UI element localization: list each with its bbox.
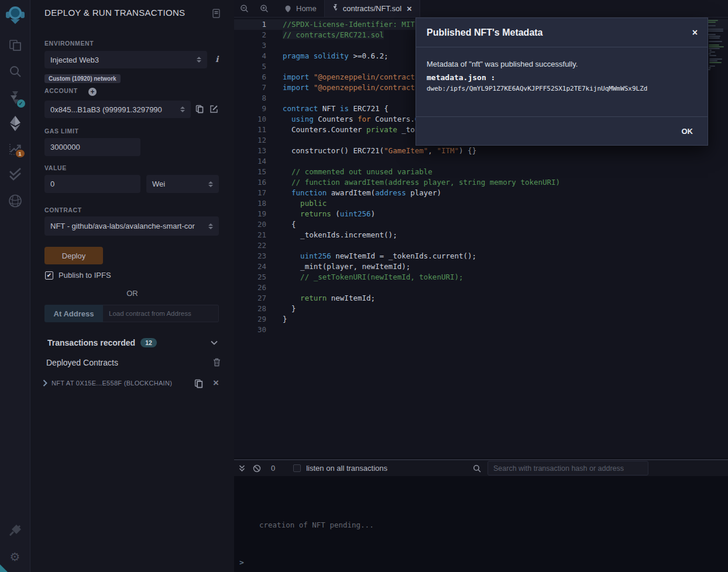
value-unit: Wei [152,180,165,188]
code-line-21[interactable]: 21 _tokenIds.increment(); [234,230,728,240]
terminal-log[interactable]: creation of NFT pending... > [234,476,728,572]
journal-icon[interactable] [212,9,221,18]
network-badge: Custom (10920) network [44,74,121,83]
modal-title: Published NFT's Metadata [427,27,543,38]
add-account-icon[interactable]: + [88,88,97,96]
modal-body: Metadata of "nft" was published successf… [416,47,708,116]
tab-home[interactable]: Home [276,0,325,17]
close-icon[interactable]: × [692,27,698,38]
chevron-updown-icon [208,181,213,187]
unit-testing-icon[interactable] [8,168,23,181]
solidity-compiler-icon[interactable]: ✓ [8,90,23,108]
account-value: 0x845...B1aB3 (999991.3297990 [50,105,162,114]
corner-decoration [0,564,8,572]
deployed-contract-label: NFT AT 0X15E...E558F (BLOCKCHAIN) [51,380,172,387]
deploy-button[interactable]: Deploy [44,247,103,264]
publish-ipfs-checkbox[interactable]: ✔ [45,271,53,280]
minimap[interactable] [708,20,726,73]
search-icon [473,464,481,473]
contract-select[interactable]: NFT - github/ava-labs/avalanche-smart-co… [44,216,219,236]
gas-limit-input[interactable]: 3000000 [44,138,140,156]
published-metadata-modal: Published NFT's Metadata × Metadata of "… [415,18,708,146]
gas-limit-value: 3000000 [50,143,80,151]
copy-account-icon[interactable] [195,105,204,113]
tab-bar: Home contracts/NFT.sol × [234,0,728,18]
code-line-15[interactable]: 15 // commented out unused variable [234,167,728,177]
icon-rail: ✓ 1 [0,0,30,572]
code-line-22[interactable]: 22 [234,240,728,251]
pending-tx-count: 0 [271,464,275,473]
ok-button[interactable]: OK [682,127,693,136]
chevron-updown-icon [180,106,185,112]
value-label: VALUE [44,164,67,171]
remove-contract-icon[interactable]: × [213,377,219,389]
compile-success-badge: ✓ [17,99,25,108]
debugger-icon[interactable] [8,194,22,208]
code-line-19[interactable]: 19 returns (uint256) [234,209,728,219]
chevron-right-icon[interactable] [43,380,47,387]
deployed-contract-item[interactable]: NFT AT 0X15E...E558F (BLOCKCHAIN) [43,380,172,387]
at-address-input[interactable]: Load contract from Address [103,305,219,322]
modal-ipfs-link: dweb:/ipfs/QmYL9P1Z7KE6AQvKJPFF52SX1p2TE… [427,85,697,92]
publish-ipfs-label: Publish to IPFS [59,271,111,280]
file-explorer-icon[interactable] [8,39,22,53]
modal-header: Published NFT's Metadata × [416,18,708,47]
code-line-18[interactable]: 18 public [234,198,728,209]
tab-close-icon[interactable]: × [407,4,412,13]
code-line-13[interactable]: 13 constructor() ERC721("GameItem", "ITM… [234,146,728,156]
deploy-run-icon[interactable] [8,115,23,132]
code-line-17[interactable]: 17 function awardItem(address player) [234,188,728,198]
deployed-contracts-label: Deployed Contracts [46,358,118,367]
code-line-29[interactable]: 29} [234,314,728,325]
contract-value: NFT - github/ava-labs/avalanche-smart-co… [50,222,195,230]
zoom-out-icon[interactable] [234,0,254,17]
remix-mini-icon [284,5,292,13]
clear-deployed-icon[interactable] [213,358,221,367]
contract-label: CONTRACT [44,206,82,213]
modal-message: Metadata of "nft" was published successf… [427,60,697,68]
tab-nft-sol-label: contracts/NFT.sol [343,4,401,13]
panel-title: DEPLOY & RUN TRANSACTIONS [44,8,185,18]
value-input[interactable]: 0 [44,175,140,193]
tab-nft-sol[interactable]: contracts/NFT.sol × [325,0,420,17]
terminal-search-input[interactable] [487,461,648,475]
deploy-run-panel: DEPLOY & RUN TRANSACTIONS ENVIRONMENT In… [30,0,234,572]
modal-file-label: metadata.json : [427,73,697,82]
transactions-recorded-row[interactable]: Transactions recorded 12 [47,338,157,347]
account-select[interactable]: 0x845...B1aB3 (999991.3297990 [44,101,191,118]
code-line-23[interactable]: 23 uint256 newItemId = _tokenIds.current… [234,251,728,261]
analysis-count-badge: 1 [16,150,25,157]
listen-transactions-checkbox[interactable] [293,464,301,472]
settings-icon[interactable]: ⚙ [10,550,20,564]
code-line-20[interactable]: 20 { [234,219,728,230]
environment-info-icon[interactable]: i [215,54,218,64]
expand-terminal-icon[interactable] [239,465,245,472]
value-amount: 0 [50,180,54,188]
chevron-down-icon[interactable] [211,340,218,345]
chevron-updown-icon [208,223,213,229]
tab-home-label: Home [296,4,317,13]
code-line-30[interactable]: 30 [234,325,728,335]
zoom-in-icon[interactable] [254,0,274,17]
at-address-button[interactable]: At Address [44,305,103,322]
or-divider: OR [30,289,234,298]
code-line-27[interactable]: 27 return newItemId; [234,293,728,304]
code-line-28[interactable]: 28 } [234,304,728,314]
code-line-14[interactable]: 14 [234,156,728,167]
clear-console-icon[interactable] [253,464,261,473]
code-line-24[interactable]: 24 _mint(player, newItemId); [234,261,728,272]
value-unit-select[interactable]: Wei [146,175,219,193]
edit-account-icon[interactable] [210,105,218,113]
search-icon[interactable] [8,64,22,78]
code-line-25[interactable]: 25 // _setTokenURI(newItemId, tokenURI); [234,272,728,282]
remix-logo[interactable] [5,5,26,26]
terminal-log-line: creation of NFT pending... [259,521,374,529]
plugin-manager-icon[interactable] [8,523,22,537]
terminal-prompt[interactable]: > [239,558,244,567]
transactions-count-badge: 12 [140,338,157,347]
code-line-16[interactable]: 16 // function awardItem(address player,… [234,177,728,188]
environment-select[interactable]: Injected Web3 [44,51,207,68]
code-line-26[interactable]: 26 [234,282,728,293]
copy-contract-icon[interactable] [194,379,203,388]
static-analysis-icon[interactable]: 1 [8,142,23,157]
